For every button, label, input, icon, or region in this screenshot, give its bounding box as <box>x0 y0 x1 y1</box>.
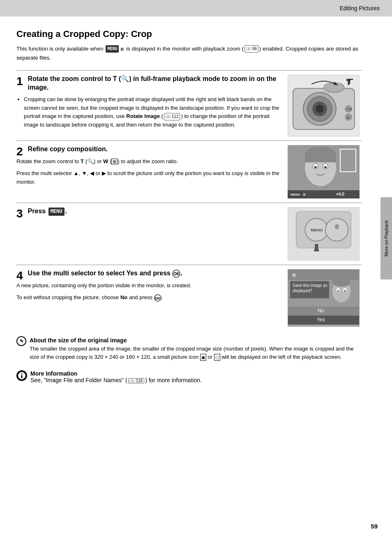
step-2-heading: Refine copy composition. <box>28 145 279 154</box>
more-info-body: See, "Image File and Folder Names" (□□ 1… <box>30 377 202 383</box>
camera-image: T T•W ⊠ <box>288 75 360 136</box>
step-4-heading: Use the multi selector to select Yes and… <box>28 269 279 278</box>
step-divider-2 <box>16 141 362 141</box>
svg-point-43 <box>344 290 346 292</box>
svg-text:MENU: MENU <box>291 193 300 196</box>
svg-text:⊠: ⊠ <box>303 193 306 196</box>
step-4-image: ⊠ Save this image as displayed? <box>288 269 362 327</box>
step-divider-1 <box>16 70 362 71</box>
svg-point-17 <box>314 166 317 168</box>
note-pencil-icon: ✎ <box>16 336 26 346</box>
svg-rect-15 <box>305 154 336 162</box>
main-content: Creating a Cropped Copy: Crop This funct… <box>0 16 378 402</box>
step-1-image: T T•W ⊠ <box>288 75 362 136</box>
step-2-left: 2 Refine copy composition. Rotate the zo… <box>16 145 279 186</box>
ref-box-56: □□ 56 <box>244 45 258 53</box>
step-3-image: MENU 🗑 <box>288 207 362 261</box>
step-1-body: Cropping can be done by enlarging the po… <box>16 95 279 129</box>
svg-text:×4.0: ×4.0 <box>336 192 344 196</box>
svg-text:⊠: ⊠ <box>347 116 349 119</box>
step-2-image: MENU ⊠ ×4.0 <box>288 145 362 198</box>
more-info-content: More Information See, "Image File and Fo… <box>30 370 202 383</box>
svg-text:T•W: T•W <box>347 108 353 111</box>
svg-point-41 <box>337 290 339 292</box>
note-title: About the size of the original image <box>30 336 362 345</box>
svg-rect-35 <box>288 270 360 280</box>
step-3-row: 3 Press MENU. MENU <box>16 207 362 261</box>
step-4-body: A new picture, containing only the porti… <box>16 282 279 302</box>
svg-text:⊠: ⊠ <box>292 272 296 277</box>
page-container: Editing Pictures More on Playback Creati… <box>0 0 392 540</box>
side-tab-text: More on Playback <box>384 220 389 256</box>
step-3-number: 3 <box>16 208 23 219</box>
step-4-row: 4 Use the multi selector to select Yes a… <box>16 269 362 327</box>
step-1-number: 1 <box>16 76 23 87</box>
ok-button-icon-2: OK <box>154 294 161 302</box>
svg-point-52 <box>21 374 23 375</box>
note-content: About the size of the original image The… <box>30 336 362 361</box>
page-number: 59 <box>371 523 378 530</box>
svg-text:MENU: MENU <box>311 228 323 232</box>
svg-text:🗑: 🗑 <box>334 223 340 230</box>
ref-box-112: □□ 112 <box>164 113 180 120</box>
info-icon <box>16 370 27 381</box>
more-info-title: More Information <box>30 370 202 377</box>
header-title: Editing Pictures <box>340 5 380 12</box>
menu-icon-inline: MENU <box>106 45 119 53</box>
side-tab: More on Playback <box>380 197 392 279</box>
step-divider-4 <box>16 265 362 265</box>
svg-rect-53 <box>21 375 23 378</box>
svg-text:No: No <box>318 308 324 314</box>
step-4-left: 4 Use the multi selector to select Yes a… <box>16 269 279 302</box>
step-2-body: Rotate the zoom control to T (🔍) or W (⊞… <box>16 157 279 186</box>
intro-text: This function is only available when MEN… <box>16 44 362 62</box>
ok-button-icon: OK <box>172 270 180 278</box>
svg-text:displayed?: displayed? <box>293 288 312 293</box>
svg-text:Yes: Yes <box>317 317 325 323</box>
step-4-number: 4 <box>16 270 23 282</box>
more-info-section: More Information See, "Image File and Fo… <box>16 370 362 383</box>
header-bar: Editing Pictures <box>0 0 392 16</box>
svg-rect-33 <box>315 244 318 252</box>
svg-text:Save this image as: Save this image as <box>293 283 327 288</box>
step-3-heading: Press MENU. <box>28 207 279 216</box>
note-body: The smaller the cropped area of the imag… <box>30 345 362 361</box>
menu-button-image: MENU 🗑 <box>288 207 360 261</box>
ref-box-116: □□ 116 <box>128 378 145 383</box>
step-1-heading: Rotate the zoom control to T (🔍) in full… <box>28 75 279 92</box>
svg-point-4 <box>316 105 324 113</box>
svg-point-19 <box>324 166 327 168</box>
step-1-row: 1 Rotate the zoom control to T (🔍) in fu… <box>16 75 362 136</box>
step-2-number: 2 <box>16 146 23 157</box>
menu-text: MENU <box>48 208 65 216</box>
svg-point-5 <box>324 83 344 92</box>
step-1-left: 1 Rotate the zoom control to T (🔍) in fu… <box>16 75 279 132</box>
step-2-row: 2 Refine copy composition. Rotate the zo… <box>16 145 362 198</box>
svg-point-39 <box>332 277 350 287</box>
note-about-size: ✎ About the size of the original image T… <box>16 333 362 364</box>
icon-small-1: ▣ <box>200 354 206 361</box>
save-dialog-image: ⊠ Save this image as displayed? <box>288 269 360 327</box>
step-divider-3 <box>16 203 362 203</box>
playback-screen: MENU ⊠ ×4.0 <box>288 145 360 198</box>
step-3-left: 3 Press MENU. <box>16 207 279 219</box>
icon-small-2: ▢ <box>214 354 220 361</box>
page-title: Creating a Cropped Copy: Crop <box>16 29 362 39</box>
